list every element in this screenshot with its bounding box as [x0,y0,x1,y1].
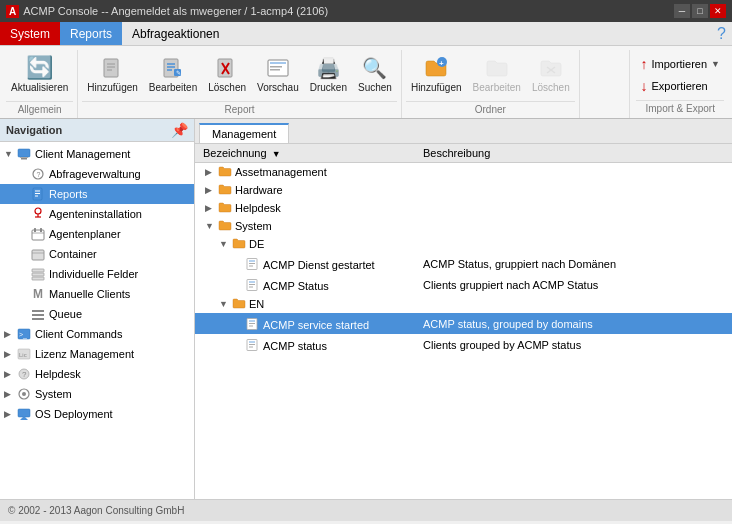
tree-item-indiv-felder[interactable]: Individuelle Felder [0,264,194,284]
suchen-button[interactable]: 🔍 Suchen [353,50,397,98]
hinzufuegen-ordner-button[interactable]: + Hinzufügen [406,50,467,98]
reports-label: Reports [49,188,88,200]
tree-item-helpdesk[interactable]: ▶ ? Helpdesk [0,364,194,384]
expand-icon-system: ▶ [4,389,16,399]
svg-rect-67 [247,340,257,351]
close-button[interactable]: ✕ [710,4,726,18]
table-row[interactable]: ▼ DE [195,235,732,253]
table-row[interactable]: ▼ EN [195,295,732,313]
tree-item-manuelle-clients[interactable]: M Manuelle Clients [0,284,194,304]
table-row[interactable]: ▶ Helpdesk [195,199,732,217]
client-commands-label: Client Commands [35,328,122,340]
queue-icon [30,306,46,322]
tree-item-reports[interactable]: Reports [0,184,194,204]
svg-rect-23 [20,157,28,158]
agentenplaner-label: Agentenplaner [49,228,121,240]
computer-icon [16,146,32,162]
col-bezeichnung[interactable]: Bezeichnung ▼ [195,144,415,163]
expand-icon: ▼ [205,221,215,231]
folder-icon [232,297,246,311]
table-row[interactable]: ACMP Dienst gestartet ACMP Status, grupp… [195,253,732,274]
tree-item-system[interactable]: ▶ System [0,384,194,404]
nav-tree: ▼ Client Management ? Abfrageverwaltung [0,142,194,499]
menu-item-reports[interactable]: Reports [60,22,122,45]
bearbeiten-report-label: Bearbeiten [149,82,197,94]
content-tabs: Management [195,119,732,144]
svg-text:+: + [439,59,444,68]
delete-folder-icon [539,54,563,82]
preview-icon [266,54,290,82]
sort-arrow-bezeichnung: ▼ [272,149,281,159]
tree-item-lizenz[interactable]: ▶ Lic Lizenz Management [0,344,194,364]
table-row[interactable]: ▶ Hardware [195,181,732,199]
vorschau-button[interactable]: Vorschau [252,50,304,98]
tab-management[interactable]: Management [199,123,289,143]
folder-icon [218,201,232,215]
importieren-label: Importieren [651,58,707,70]
folder-icon [218,183,232,197]
tree-item-clientmgmt[interactable]: ▼ Client Management [0,144,194,164]
import-export-group-label: Import & Export [636,100,724,114]
report-icon [246,318,260,332]
deploy-icon [16,406,32,422]
tree-item-os-deployment[interactable]: ▶ OS Deployment [0,404,194,424]
tree-item-abfrageverwaltung[interactable]: ? Abfrageverwaltung [0,164,194,184]
aktualisieren-button[interactable]: 🔄 Aktualisieren [6,50,73,98]
table-row[interactable]: ▼ System [195,217,732,235]
menu-bar: System Reports Abfrageaktionen ? [0,22,732,46]
table-row[interactable]: ACMP Status Clients gruppiert nach ACMP … [195,274,732,295]
system-label: System [35,388,72,400]
loeschen-ordner-button[interactable]: Löschen [527,50,575,98]
drucken-button[interactable]: 🖨️ Drucken [305,50,352,98]
svg-line-20 [547,67,555,73]
content-panel: Management Bezeichnung ▼ Beschreibung [195,119,732,499]
table-row[interactable]: ACMP service started ACMP status, groupe… [195,313,732,334]
lizenz-icon: Lic [16,346,32,362]
tree-item-client-commands[interactable]: ▶ >_ Client Commands [0,324,194,344]
status-text: © 2002 - 2013 Aagon Consulting GmbH [8,505,184,516]
hinzufuegen-ordner-label: Hinzufügen [411,82,462,94]
svg-rect-63 [247,319,257,330]
ribbon-group-report: Hinzufügen ✎ Bearbeiten Löschen [78,50,402,118]
svg-text:>_: >_ [19,331,27,339]
tree-item-queue[interactable]: Queue [0,304,194,324]
table-row[interactable]: ACMP status Clients grouped by ACMP stat… [195,334,732,355]
refresh-icon: 🔄 [26,54,53,82]
help-icon[interactable]: ? [717,25,726,43]
menu-item-system[interactable]: System [0,22,60,45]
title-bar-title: ACMP Console -- Angemeldet als mwegener … [23,5,328,17]
folder-icon [218,219,232,233]
svg-text:Lic: Lic [19,352,27,358]
svg-rect-41 [32,277,44,280]
tree-item-agentenplaner[interactable]: Agentenplaner [0,224,194,244]
helpdesk-icon: ? [16,366,32,382]
tree-item-container[interactable]: Container [0,244,194,264]
container-label: Container [49,248,97,260]
status-bar: © 2002 - 2013 Aagon Consulting GmbH [0,499,732,521]
window-controls: ─ □ ✕ [674,4,726,18]
svg-point-52 [22,392,26,396]
content-table: Bezeichnung ▼ Beschreibung ▶ [195,144,732,355]
agent-install-icon [30,206,46,222]
svg-rect-14 [270,62,286,64]
exportieren-button[interactable]: ↓ Exportieren [636,76,724,96]
svg-rect-43 [32,314,44,316]
bearbeiten-ordner-button[interactable]: Bearbeiten [468,50,526,98]
loeschen-report-button[interactable]: Löschen [203,50,251,98]
hinzufuegen-report-button[interactable]: Hinzufügen [82,50,143,98]
exportieren-label: Exportieren [651,80,707,92]
importieren-button[interactable]: ↑ Importieren ▼ [636,54,724,74]
expand-icon-helpdesk: ▶ [4,369,16,379]
bearbeiten-report-button[interactable]: ✎ Bearbeiten [144,50,202,98]
maximize-button[interactable]: □ [692,4,708,18]
expand-icon: ▼ [219,239,229,249]
nav-header-title: Navigation [6,124,62,136]
menu-item-abfrageaktionen[interactable]: Abfrageaktionen [122,22,229,45]
table-row[interactable]: ▶ Assetmanagement [195,163,732,182]
edit-report-icon: ✎ [161,54,185,82]
minimize-button[interactable]: ─ [674,4,690,18]
pin-icon[interactable]: 📌 [171,122,188,138]
svg-rect-44 [32,318,44,320]
tree-item-agenteninstallation[interactable]: Agenteninstallation [0,204,194,224]
svg-rect-15 [270,66,282,68]
